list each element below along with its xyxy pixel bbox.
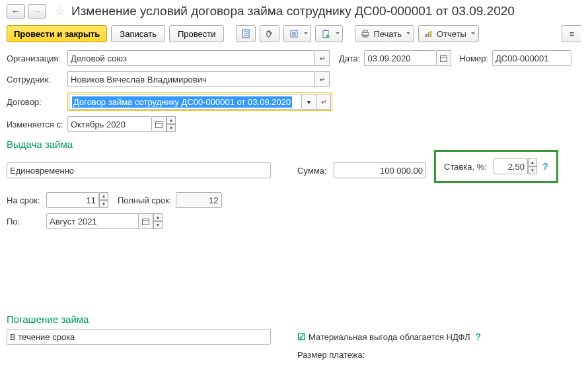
checkbox-checked-icon[interactable]: ☑ xyxy=(297,331,306,342)
date-calendar-button[interactable] xyxy=(437,50,451,66)
org-input[interactable]: Деловой союз xyxy=(67,50,315,66)
list-icon-button[interactable] xyxy=(283,25,311,42)
reports-button[interactable]: Отчеты xyxy=(418,25,479,42)
org-value: Деловой союз xyxy=(71,53,127,63)
repay-section-title: Погашение займа xyxy=(7,314,581,325)
contract-dropdown-button[interactable]: ▾ xyxy=(302,94,316,110)
svg-rect-12 xyxy=(363,30,367,32)
full-term-input: 12 xyxy=(176,192,222,208)
loan-mode-value: Единовременно xyxy=(10,166,74,176)
benefit-help-icon[interactable]: ? xyxy=(475,331,481,342)
changes-value: Октябрь 2020 xyxy=(71,120,126,129)
until-stepper[interactable]: ▲▼ xyxy=(153,213,163,229)
full-term-label: Полный срок: xyxy=(118,195,172,205)
num-label: Номер: xyxy=(459,53,488,63)
org-open-button[interactable]: ↵ xyxy=(315,50,330,66)
loan-section-title: Выдача займа xyxy=(7,139,581,150)
changes-input[interactable]: Октябрь 2020 xyxy=(67,116,152,132)
rate-value: 2,50 xyxy=(508,162,525,172)
svg-rect-9 xyxy=(324,30,327,31)
favorite-star-icon[interactable]: ☆ xyxy=(53,4,67,18)
num-value: ДС00-000001 xyxy=(496,53,548,63)
svg-rect-16 xyxy=(430,31,432,37)
more-button[interactable]: ≡ xyxy=(562,25,581,42)
date-label: Дата: xyxy=(339,53,360,63)
reports-label: Отчеты xyxy=(437,29,466,39)
contract-label: Договор: xyxy=(7,97,67,107)
until-value: Август 2021 xyxy=(50,217,97,226)
emp-label: Сотрудник: xyxy=(7,75,67,85)
rate-input[interactable]: 2,50 xyxy=(494,158,528,174)
contract-open-button[interactable]: ↵ xyxy=(316,94,331,110)
sum-value: 100 000,00 xyxy=(380,166,423,176)
sum-label: Сумма: xyxy=(297,166,334,176)
svg-rect-19 xyxy=(156,121,163,127)
post-and-close-button[interactable]: Провести и закрыть xyxy=(7,25,107,42)
clipboard-icon-button[interactable] xyxy=(315,25,343,42)
loan-mode-input[interactable]: Единовременно xyxy=(7,162,271,178)
emp-open-button[interactable]: ↵ xyxy=(315,71,330,87)
svg-rect-17 xyxy=(441,55,447,61)
term-input[interactable]: 11 xyxy=(46,192,99,208)
changes-stepper[interactable]: ▲▼ xyxy=(166,116,176,132)
repay-mode-input[interactable]: В течение срока xyxy=(7,329,271,345)
svg-rect-14 xyxy=(425,34,427,37)
sum-input[interactable]: 100 000,00 xyxy=(334,162,426,178)
org-label: Организация: xyxy=(7,53,67,63)
date-value: 03.09.2020 xyxy=(367,53,410,63)
print-button[interactable]: Печать xyxy=(355,25,414,42)
emp-value: Новиков Вячеслав Владимирович xyxy=(71,75,207,85)
print-label: Печать xyxy=(373,29,402,39)
changes-label: Изменяется с: xyxy=(7,120,67,129)
svg-rect-15 xyxy=(428,32,430,37)
contract-input[interactable]: Договор займа сотруднику ДС00-000001 от … xyxy=(69,94,302,110)
num-input[interactable]: ДС00-000001 xyxy=(492,50,571,66)
term-value: 11 xyxy=(87,195,96,205)
benefit-label: Материальная выгода облагается НДФЛ xyxy=(309,332,470,342)
svg-point-10 xyxy=(326,35,330,38)
write-button[interactable]: Записать xyxy=(111,25,165,42)
svg-rect-21 xyxy=(143,219,149,224)
term-label: На срок: xyxy=(7,195,46,205)
emp-input[interactable]: Новиков Вячеслав Владимирович xyxy=(67,71,315,87)
date-input[interactable]: 03.09.2020 xyxy=(364,50,437,66)
page-title: Изменение условий договора займа сотрудн… xyxy=(71,4,515,18)
until-label: По: xyxy=(7,217,46,226)
full-term-value: 12 xyxy=(209,195,218,205)
until-input[interactable]: Август 2021 xyxy=(46,213,139,229)
nav-back-button[interactable]: ← xyxy=(7,4,25,18)
nav-forward-button[interactable]: → xyxy=(28,4,46,18)
rate-label: Ставка, %: xyxy=(444,162,487,172)
term-stepper[interactable]: ▲▼ xyxy=(99,192,108,208)
changes-calendar-button[interactable] xyxy=(152,116,166,132)
rate-stepper[interactable]: ▲▼ xyxy=(528,158,537,174)
until-calendar-button[interactable] xyxy=(139,213,153,229)
post-button[interactable]: Провести xyxy=(169,25,225,42)
rate-highlight-box: Ставка, %: 2,50 ▲▼ ? xyxy=(434,150,558,183)
contract-value: Договор займа сотруднику ДС00-000001 от … xyxy=(72,96,292,108)
document-icon-button[interactable] xyxy=(236,25,256,42)
rate-help-icon[interactable]: ? xyxy=(542,161,548,172)
repay-mode-value: В течение срока xyxy=(10,332,75,342)
payment-label: Размер платежа: xyxy=(297,350,365,360)
attachment-icon-button[interactable] xyxy=(260,25,279,42)
